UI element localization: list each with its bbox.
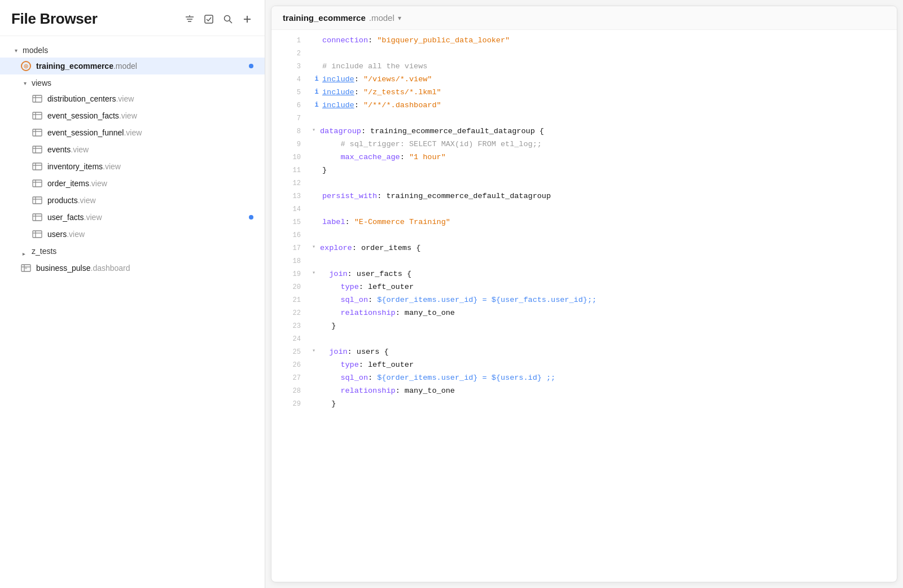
code-line-15: 15 label: "E-Commerce Training" xyxy=(271,216,897,229)
svg-rect-4 xyxy=(205,15,213,23)
models-chevron: ▾ xyxy=(11,46,20,55)
view-label: inventory_items.view xyxy=(47,162,253,171)
tab-dropdown-chevron[interactable]: ▾ xyxy=(398,14,401,22)
code-line-6: 6 i include: "/**/*.dashboard" xyxy=(271,99,897,112)
code-line-3: 3 # include all the views xyxy=(271,60,897,73)
view-label: users.view xyxy=(47,230,253,239)
file-browser-sidebar: File Browser xyxy=(0,0,265,588)
business-pulse-dashboard[interactable]: business_pulse.dashboard xyxy=(0,260,265,277)
add-icon-button[interactable] xyxy=(241,13,253,25)
svg-point-5 xyxy=(225,15,230,21)
view-label: events.view xyxy=(47,145,253,154)
sidebar-title: File Browser xyxy=(11,10,97,28)
views-folder[interactable]: ▾ views xyxy=(0,76,265,90)
view-products[interactable]: products.view xyxy=(0,192,265,209)
filter-icon-button[interactable] xyxy=(183,13,196,25)
svg-rect-9 xyxy=(33,95,42,102)
code-content: 1 connection: "bigquery_public_data_look… xyxy=(271,30,897,582)
z-tests-chevron: ▾ xyxy=(20,247,29,256)
code-line-17: 17 ▾ explore: order_items { xyxy=(271,242,897,255)
code-line-23: 23 } xyxy=(271,320,897,333)
svg-rect-24 xyxy=(33,180,42,187)
code-line-28: 28 relationship: many_to_one xyxy=(271,385,897,398)
dashboard-label: business_pulse.dashboard xyxy=(36,264,253,273)
code-line-2: 2 xyxy=(271,47,897,60)
views-section: ▾ views distribution_centers.view xyxy=(0,76,265,243)
view-distribution-centers[interactable]: distribution_centers.view xyxy=(0,90,265,107)
training-ecommerce-model-item[interactable]: ◎ training_ecommerce.model xyxy=(0,58,265,74)
svg-rect-12 xyxy=(33,112,42,119)
code-line-14: 14 xyxy=(271,203,897,216)
view-table-icon xyxy=(32,195,43,206)
svg-rect-39 xyxy=(25,267,27,269)
z-tests-section: ▾ z_tests xyxy=(0,244,265,258)
view-table-icon xyxy=(32,127,43,138)
code-line-21: 21 sql_on: ${order_items.user_id} = ${us… xyxy=(271,294,897,307)
view-table-icon xyxy=(32,144,43,155)
models-folder[interactable]: ▾ models xyxy=(0,43,265,58)
view-label: order_items.view xyxy=(47,179,253,188)
code-line-11: 11 } xyxy=(271,164,897,177)
dashboard-section: business_pulse.dashboard xyxy=(0,260,265,277)
code-line-18: 18 xyxy=(271,255,897,268)
code-line-20: 20 type: left_outer xyxy=(271,281,897,294)
svg-rect-27 xyxy=(33,197,42,204)
model-unsaved-badge xyxy=(249,64,253,68)
user-facts-unsaved-badge xyxy=(249,215,253,220)
view-user-facts[interactable]: user_facts.view xyxy=(0,209,265,226)
svg-line-6 xyxy=(230,20,233,23)
view-users[interactable]: users.view xyxy=(0,226,265,243)
file-tree: ▾ models ◎ training_ecommerce.model ▾ vi… xyxy=(0,36,265,284)
models-label: models xyxy=(23,46,253,55)
checkbox-icon-button[interactable] xyxy=(203,13,215,25)
code-line-24: 24 xyxy=(271,333,897,346)
views-label: views xyxy=(32,78,253,87)
view-order-items[interactable]: order_items.view xyxy=(0,175,265,192)
code-line-25: 25 ▾ join: users { xyxy=(271,346,897,359)
checkbox-icon xyxy=(204,14,214,24)
search-icon-button[interactable] xyxy=(222,13,234,25)
code-line-5: 5 i include: "/z_tests/*.lkml" xyxy=(271,86,897,99)
view-inventory-items[interactable]: inventory_items.view xyxy=(0,158,265,175)
code-line-16: 16 xyxy=(271,229,897,242)
add-icon xyxy=(242,14,252,24)
tab-extension: .model xyxy=(369,13,394,23)
code-line-22: 22 relationship: many_to_one xyxy=(271,307,897,320)
svg-rect-30 xyxy=(33,214,42,221)
view-event-session-funnel[interactable]: event_session_funnel.view xyxy=(0,124,265,141)
svg-rect-15 xyxy=(33,129,42,136)
view-label: products.view xyxy=(47,196,253,205)
code-line-7: 7 xyxy=(271,112,897,125)
editor-tab-bar: training_ecommerce.model ▾ xyxy=(271,6,897,30)
z-tests-label: z_tests xyxy=(32,247,253,256)
view-events[interactable]: events.view xyxy=(0,141,265,158)
filter-icon xyxy=(185,14,195,24)
svg-rect-18 xyxy=(33,146,42,153)
code-editor-panel: training_ecommerce.model ▾ 1 connection:… xyxy=(271,6,897,582)
view-event-session-facts[interactable]: event_session_facts.view xyxy=(0,107,265,124)
code-line-13: 13 persist_with: training_ecommerce_defa… xyxy=(271,190,897,203)
view-table-icon xyxy=(32,93,43,104)
code-line-12: 12 xyxy=(271,177,897,190)
code-line-19: 19 ▾ join: user_facts { xyxy=(271,268,897,281)
code-line-26: 26 type: left_outer xyxy=(271,359,897,372)
code-line-9: 9 # sql_trigger: SELECT MAX(id) FROM etl… xyxy=(271,138,897,151)
view-label: event_session_facts.view xyxy=(47,111,253,120)
sidebar-toolbar xyxy=(183,13,253,25)
models-section: ▾ models ◎ training_ecommerce.model xyxy=(0,43,265,74)
svg-rect-33 xyxy=(33,231,42,238)
dashboard-icon xyxy=(20,262,32,274)
search-icon xyxy=(223,14,233,24)
code-line-29: 29 } xyxy=(271,398,897,411)
active-editor-tab[interactable]: training_ecommerce.model ▾ xyxy=(283,13,401,23)
view-table-icon xyxy=(32,161,43,172)
view-label: event_session_funnel.view xyxy=(47,128,253,137)
view-label: user_facts.view xyxy=(47,213,244,222)
view-table-icon xyxy=(32,178,43,189)
view-label: distribution_centers.view xyxy=(47,94,253,103)
code-line-8: 8 ▾ datagroup: training_ecommerce_defaul… xyxy=(271,125,897,138)
view-table-icon xyxy=(32,212,43,223)
view-table-icon xyxy=(32,229,43,240)
z-tests-folder[interactable]: ▾ z_tests xyxy=(0,244,265,258)
code-line-4: 4 i include: "/views/*.view" xyxy=(271,73,897,86)
